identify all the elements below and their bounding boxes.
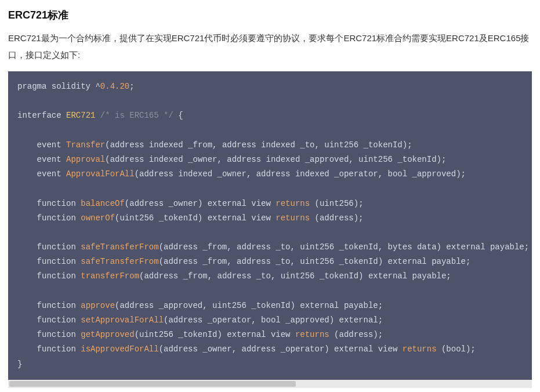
- code-text: function: [37, 271, 76, 281]
- code-text: event: [37, 169, 61, 179]
- code-text: /* is ERC165 */: [100, 111, 173, 120]
- section-heading: ERC721标准: [8, 8, 532, 22]
- code-text: }: [17, 360, 22, 369]
- code-text: Approval: [66, 155, 105, 164]
- code-text: returns: [276, 199, 310, 208]
- code-text: pragma solidity ^: [17, 82, 100, 91]
- code-text: (uint256 _tokenId) external view: [135, 330, 295, 339]
- code-text: (address _operator, bool _approved) exte…: [164, 315, 383, 325]
- intro-paragraph: ERC721最为一个合约标准，提供了在实现ERC721代币时必须要遵守的协议，要…: [8, 30, 532, 63]
- code-text: (address _approved, uint256 _tokenId) ex…: [115, 301, 383, 310]
- code-text: ApprovalForAll: [66, 169, 135, 179]
- code-text: ERC721: [66, 111, 95, 120]
- code-text: (address indexed _owner, address indexed…: [105, 155, 446, 164]
- code-text: event: [37, 155, 61, 164]
- code-text: (address);: [310, 213, 363, 223]
- code-text: function: [37, 199, 76, 208]
- code-text: function: [37, 344, 76, 354]
- code-text: ;: [129, 82, 134, 91]
- code-text: balanceOf: [81, 199, 125, 208]
- code-text: (bool);: [437, 344, 476, 354]
- code-text: returns: [276, 213, 310, 223]
- code-text: function: [37, 213, 76, 223]
- code-text: approve: [81, 301, 115, 310]
- code-block: pragma solidity ^0.4.20; interface ERC72…: [8, 71, 532, 380]
- scrollbar-thumb[interactable]: [9, 381, 296, 387]
- horizontal-scrollbar[interactable]: [8, 380, 532, 388]
- code-text: function: [37, 330, 76, 339]
- code-text: (address _from, address _to, uint256 _to…: [159, 242, 530, 252]
- code-text: (address _from, address _to, uint256 _to…: [159, 257, 471, 266]
- code-text: ownerOf: [81, 213, 115, 223]
- code-text: function: [37, 257, 76, 266]
- code-text: (address _from, address _to, uint256 _to…: [139, 271, 451, 281]
- code-text: event: [37, 140, 61, 150]
- code-text: (address indexed _from, address indexed …: [105, 140, 412, 150]
- code-text: (address indexed _owner, address indexed…: [135, 169, 466, 179]
- code-text: interface: [17, 111, 61, 120]
- code-text: function: [37, 301, 76, 310]
- code-text: (address _owner, address _operator) exte…: [159, 344, 403, 354]
- code-text: function: [37, 242, 76, 252]
- code-text: (uint256);: [310, 199, 363, 208]
- code-text: transferFrom: [81, 271, 139, 281]
- code-text: {: [178, 111, 183, 120]
- code-text: (address _owner) external view: [125, 199, 276, 208]
- code-text: isApprovedForAll: [81, 344, 158, 354]
- code-text: getApproved: [81, 330, 134, 339]
- code-text: Transfer: [66, 140, 105, 150]
- code-text: safeTransferFrom: [81, 257, 158, 266]
- code-text: function: [37, 315, 76, 325]
- code-text: returns: [403, 344, 437, 354]
- code-text: (uint256 _tokenId) external view: [115, 213, 276, 223]
- code-text: setApprovalForAll: [81, 315, 164, 325]
- code-text: 0.4.20: [100, 82, 129, 91]
- code-text: safeTransferFrom: [81, 242, 158, 252]
- code-text: returns: [295, 330, 329, 339]
- code-text: (address);: [329, 330, 383, 339]
